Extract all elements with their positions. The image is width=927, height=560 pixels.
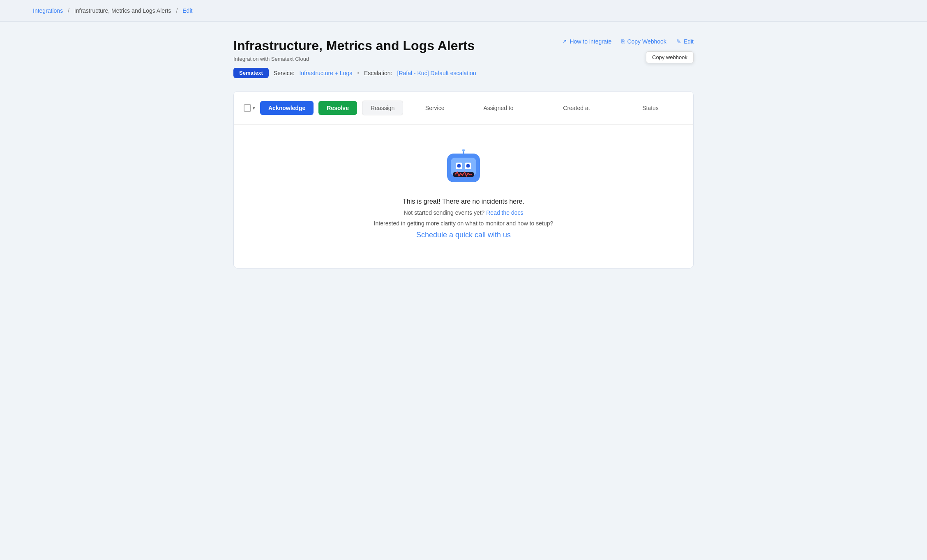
- edit-link[interactable]: ✎ Edit: [676, 38, 694, 45]
- page-title: Infrastructure, Metrics and Logs Alerts: [233, 38, 476, 53]
- service-link[interactable]: Infrastructure + Logs: [299, 70, 352, 76]
- empty-clarity-text: Interested in getting more clarity on wh…: [374, 220, 553, 227]
- edit-icon: ✎: [676, 38, 681, 45]
- empty-state: This is great! There are no incidents he…: [234, 125, 693, 268]
- how-to-integrate-link[interactable]: ↗ How to integrate: [562, 38, 611, 45]
- select-all-checkbox[interactable]: [244, 104, 251, 112]
- robot-icon: [445, 149, 482, 186]
- resolve-button[interactable]: Resolve: [318, 101, 357, 115]
- how-to-integrate-label: How to integrate: [570, 38, 611, 45]
- reassign-button[interactable]: Reassign: [362, 101, 403, 115]
- breadcrumb-sep-2: /: [176, 7, 178, 14]
- breadcrumb-integrations-link[interactable]: Integrations: [33, 7, 63, 14]
- page-header-right: ↗ How to integrate ⎘ Copy Webhook ✎ Edit…: [562, 38, 694, 45]
- svg-rect-5: [466, 164, 470, 168]
- service-label: Service:: [274, 70, 295, 76]
- copy-icon: ⎘: [621, 38, 625, 45]
- copy-webhook-tooltip: Copy webhook: [646, 51, 694, 63]
- col-header-service: Service: [408, 99, 461, 117]
- table-column-headers: Service Assigned to Created at Status: [408, 99, 683, 117]
- read-docs-link[interactable]: Read the docs: [486, 209, 523, 216]
- breadcrumb-edit-link[interactable]: Edit: [182, 7, 192, 14]
- sematext-badge: Sematext: [233, 68, 269, 78]
- acknowledge-button[interactable]: Acknowledge: [260, 101, 314, 115]
- empty-subtitle-prefix: Not started sending events yet?: [404, 209, 484, 216]
- col-header-status: Status: [618, 99, 683, 117]
- edit-label: Edit: [684, 38, 694, 45]
- breadcrumb-sep-1: /: [68, 7, 69, 14]
- checkbox-chevron-icon[interactable]: ▾: [253, 106, 255, 111]
- svg-point-8: [462, 149, 465, 151]
- integration-meta: Sematext Service: Infrastructure + Logs …: [233, 68, 476, 78]
- breadcrumb-current-page: Infrastructure, Metrics and Logs Alerts: [74, 7, 171, 14]
- meta-dot: ●: [357, 71, 359, 75]
- escalation-label: Escalation:: [364, 70, 392, 76]
- col-header-created-at: Created at: [535, 99, 618, 117]
- page-header-left: Infrastructure, Metrics and Logs Alerts …: [233, 38, 476, 78]
- copy-webhook-link[interactable]: ⎘ Copy Webhook: [621, 38, 666, 45]
- col-header-assigned-to: Assigned to: [461, 99, 535, 117]
- empty-state-title: This is great! There are no incidents he…: [403, 198, 524, 205]
- svg-rect-4: [457, 164, 461, 168]
- page-subtitle: Integration with Sematext Cloud: [233, 56, 476, 62]
- copy-webhook-label: Copy Webhook: [627, 38, 666, 45]
- main-content: Infrastructure, Metrics and Logs Alerts …: [201, 22, 726, 285]
- incidents-toolbar: ▾ Acknowledge Resolve Reassign Service A…: [234, 92, 693, 125]
- breadcrumb: Integrations / Infrastructure, Metrics a…: [0, 0, 927, 22]
- empty-state-subtitle: Not started sending events yet? Read the…: [404, 209, 523, 216]
- incidents-panel: ▾ Acknowledge Resolve Reassign Service A…: [233, 91, 694, 269]
- checkbox-group: ▾: [244, 104, 255, 112]
- escalation-link[interactable]: [Rafał - Kuć] Default escalation: [397, 70, 476, 76]
- external-link-icon: ↗: [562, 38, 567, 45]
- page-header: Infrastructure, Metrics and Logs Alerts …: [233, 38, 694, 78]
- schedule-call-link[interactable]: Schedule a quick call with us: [416, 231, 511, 239]
